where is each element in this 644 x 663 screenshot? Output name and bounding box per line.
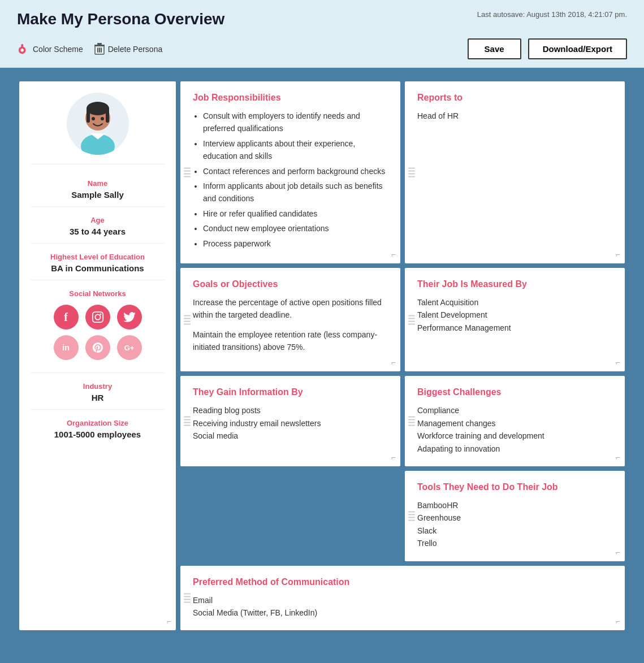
challenges-card: Biggest Challenges ComplianceManagement … bbox=[405, 376, 625, 466]
org-size-value: 1001-5000 employees bbox=[31, 430, 165, 439]
list-item: Social Media (Twitter, FB, LinkedIn) bbox=[193, 606, 612, 619]
gain-info-content: Reading blog postsReceiving industry ema… bbox=[193, 404, 388, 442]
social-networks-label: Social Networks bbox=[31, 289, 165, 298]
challenges-title: Biggest Challenges bbox=[417, 387, 612, 397]
name-label: Name bbox=[31, 179, 165, 188]
linkedin-icon[interactable]: in bbox=[54, 335, 79, 360]
list-item: Management changes bbox=[417, 417, 612, 430]
list-item: Social media bbox=[193, 430, 388, 442]
googleplus-icon[interactable]: G+ bbox=[117, 335, 142, 360]
education-value: BA in Communications bbox=[31, 263, 165, 273]
list-item: Slack bbox=[417, 525, 612, 537]
list-item: Greenhouse bbox=[417, 512, 612, 524]
job-measured-card: Their Job Is Measured By Talent Acquisit… bbox=[405, 268, 625, 372]
reports-to-content: Head of HR bbox=[417, 110, 612, 122]
social-icons-row-1: f bbox=[31, 305, 165, 330]
drag-handle-goals bbox=[184, 315, 191, 324]
svg-rect-4 bbox=[97, 47, 98, 53]
list-item: Maintain the employee retention rate (le… bbox=[193, 328, 388, 354]
svg-rect-1 bbox=[21, 44, 23, 49]
list-item: Conduct new employee orientations bbox=[203, 222, 388, 235]
list-item: Workforce training and development bbox=[417, 430, 612, 442]
list-item: Receiving industry email newsletters bbox=[193, 417, 388, 430]
list-item: Talent Development bbox=[417, 309, 612, 321]
job-responsibilities-content: Consult with employers to identify needs… bbox=[193, 110, 388, 250]
job-measured-content: Talent AcquisitionTalent DevelopmentPerf… bbox=[417, 296, 612, 334]
age-block: Age 35 to 44 years bbox=[31, 209, 165, 244]
goals-title: Goals or Objectives bbox=[193, 279, 388, 289]
reports-to-value: Head of HR bbox=[417, 111, 459, 120]
org-size-label: Organization Size bbox=[31, 419, 165, 427]
list-item: Process paperwork bbox=[203, 237, 388, 250]
job-responsibilities-card: Job Responsibilities Consult with employ… bbox=[180, 81, 400, 263]
age-label: Age bbox=[31, 216, 165, 224]
trash-icon bbox=[94, 43, 105, 55]
autosave-text: Last autosave: August 13th 2018, 4:21:07… bbox=[477, 10, 627, 19]
left-profile-panel: Name Sample Sally Age 35 to 44 years Hig… bbox=[19, 81, 176, 630]
list-item: Increase the percentage of active open p… bbox=[193, 296, 388, 322]
drag-handle-measured bbox=[408, 315, 415, 324]
svg-rect-5 bbox=[99, 47, 100, 53]
download-button[interactable]: Download/Export bbox=[528, 38, 627, 59]
avatar-section bbox=[31, 93, 165, 164]
svg-point-16 bbox=[101, 117, 104, 120]
svg-rect-14 bbox=[106, 109, 109, 123]
job-measured-title: Their Job Is Measured By bbox=[417, 279, 612, 289]
list-item: Talent Acquisition bbox=[417, 296, 612, 309]
twitter-icon[interactable] bbox=[117, 305, 142, 330]
svg-point-18 bbox=[95, 314, 100, 319]
color-scheme-label: Color Scheme bbox=[33, 45, 83, 54]
name-block: Name Sample Sally bbox=[31, 172, 165, 207]
list-item: Email bbox=[193, 594, 612, 606]
svg-point-15 bbox=[92, 117, 95, 120]
name-value: Sample Sally bbox=[31, 190, 165, 200]
org-size-block: Organization Size 1001-5000 employees bbox=[31, 412, 165, 446]
list-item: Inform applicants about job details such… bbox=[203, 180, 388, 205]
job-responsibilities-title: Job Responsibilities bbox=[193, 93, 388, 103]
left-actions: Color Scheme Delete Persona bbox=[17, 43, 162, 55]
list-item: Interview applicants about their experie… bbox=[203, 137, 388, 163]
list-item: BambooHR bbox=[417, 499, 612, 512]
svg-rect-7 bbox=[94, 45, 105, 46]
drag-handle-job-resp bbox=[184, 167, 191, 177]
education-block: Highest Level of Education BA in Communi… bbox=[31, 246, 165, 280]
gain-info-card: They Gain Information By Reading blog po… bbox=[180, 376, 400, 466]
svg-rect-13 bbox=[87, 109, 90, 123]
list-item: Trello bbox=[417, 537, 612, 549]
reports-to-card: Reports to Head of HR bbox=[405, 81, 625, 263]
drag-handle-tools bbox=[408, 511, 415, 521]
list-item: Hire or refer qualified candidates bbox=[203, 207, 388, 220]
gain-info-title: They Gain Information By bbox=[193, 387, 388, 397]
drag-handle-challenges bbox=[408, 417, 415, 426]
instagram-icon[interactable] bbox=[85, 305, 110, 330]
list-item: Contact references and perform backgroun… bbox=[203, 165, 388, 177]
social-icons-row-2: in G+ bbox=[31, 335, 165, 360]
svg-rect-17 bbox=[92, 312, 102, 322]
svg-rect-6 bbox=[101, 47, 102, 53]
education-label: Highest Level of Education bbox=[31, 253, 165, 261]
color-scheme-button[interactable]: Color Scheme bbox=[17, 43, 83, 55]
svg-rect-8 bbox=[97, 43, 102, 45]
list-item: Consult with employers to identify needs… bbox=[203, 110, 388, 135]
industry-block: Industry HR bbox=[31, 375, 165, 410]
avatar bbox=[67, 93, 129, 155]
challenges-content: ComplianceManagement changesWorkforce tr… bbox=[417, 404, 612, 455]
delete-persona-button[interactable]: Delete Persona bbox=[94, 43, 163, 55]
list-item: Performance Management bbox=[417, 322, 612, 334]
industry-value: HR bbox=[31, 393, 165, 402]
drag-handle-comm bbox=[184, 593, 191, 603]
facebook-icon[interactable]: f bbox=[54, 305, 79, 330]
tools-content: BambooHRGreenhouseSlackTrello bbox=[417, 499, 612, 550]
age-value: 35 to 44 years bbox=[31, 227, 165, 236]
industry-label: Industry bbox=[31, 382, 165, 391]
communication-card: Preferred Method of Communication EmailS… bbox=[180, 566, 625, 631]
drag-handle-gaininfo bbox=[184, 417, 191, 426]
page-title: Make My Persona Overview bbox=[17, 10, 224, 28]
save-button[interactable]: Save bbox=[468, 38, 521, 59]
pinterest-icon[interactable] bbox=[85, 335, 110, 360]
tools-title: Tools They Need to Do Their Job bbox=[417, 482, 612, 492]
goals-card: Goals or Objectives Increase the percent… bbox=[180, 268, 400, 372]
reports-to-title: Reports to bbox=[417, 93, 612, 103]
drag-handle-reports bbox=[408, 167, 415, 177]
tools-card: Tools They Need to Do Their Job BambooHR… bbox=[405, 471, 625, 561]
